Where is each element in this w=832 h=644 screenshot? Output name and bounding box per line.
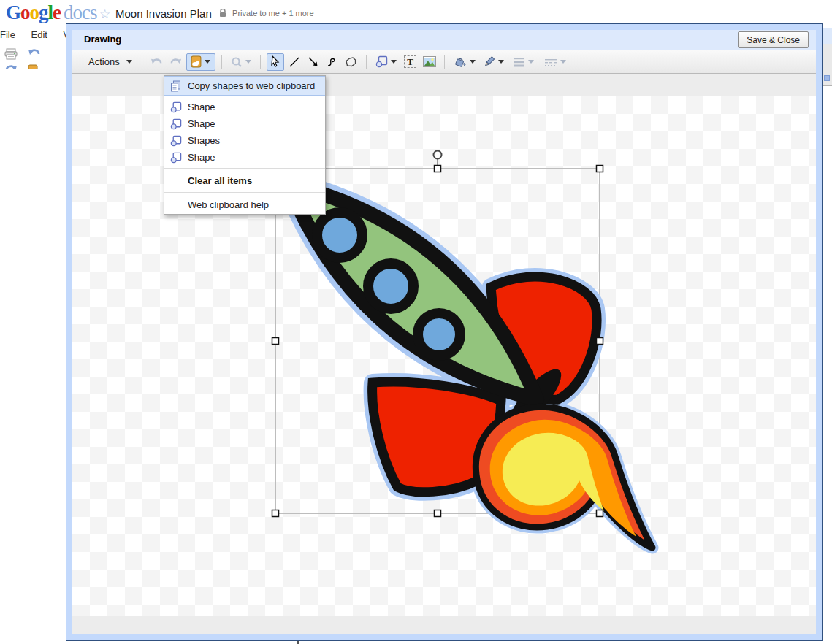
line-color-button[interactable]: [480, 53, 508, 71]
copy-icon: [170, 80, 188, 92]
print-icon[interactable]: [4, 48, 18, 63]
menu-item-label: Shape: [188, 101, 215, 112]
fill-color-button[interactable]: [451, 53, 478, 71]
web-clipboard-button[interactable]: [186, 53, 215, 71]
chevron-down-icon: [126, 60, 132, 64]
logo-letter: G: [6, 1, 20, 23]
rotation-handle: [434, 151, 442, 159]
menu-item-shape[interactable]: Shape: [164, 149, 325, 166]
toolbar-separator: [444, 55, 445, 69]
privacy-label: Private to me + 1 more: [232, 9, 314, 18]
magnifier-icon: [231, 56, 243, 68]
menu-item-label: Clear all items: [188, 175, 252, 186]
redo-icon[interactable]: [4, 64, 18, 69]
polyline-tool-button[interactable]: [343, 53, 360, 71]
toolbar-separator: [142, 55, 142, 69]
chevron-down-icon: [470, 60, 476, 64]
chevron-down-icon: [498, 60, 504, 64]
lock-icon: [219, 9, 226, 19]
paint-bucket-icon: [454, 56, 467, 68]
undo-icon[interactable]: [28, 48, 41, 62]
document-title[interactable]: Moon Invasion Plan: [115, 7, 212, 20]
select-tool-button[interactable]: [267, 53, 284, 71]
redo-button[interactable]: [167, 53, 185, 71]
privacy-status[interactable]: Private to me + 1 more: [219, 9, 314, 19]
menu-item-shapes[interactable]: Shapes: [164, 132, 325, 149]
shape-tool-button[interactable]: [373, 53, 400, 71]
google-docs-logo[interactable]: Googledocs: [6, 1, 97, 24]
line-dash-icon: [544, 58, 557, 66]
menu-edit[interactable]: Edit: [31, 29, 47, 40]
line-width-button[interactable]: [509, 53, 538, 71]
toolbar-separator: [221, 55, 222, 69]
polyline-icon: [345, 56, 357, 68]
menu-item-label: Shapes: [188, 135, 220, 146]
chevron-down-icon: [205, 60, 210, 64]
shape-icon: [170, 135, 188, 147]
zoom-button[interactable]: [228, 53, 254, 71]
undo-icon: [150, 57, 163, 67]
dialog-title: Drawing: [84, 34, 121, 45]
arrow-icon: [308, 56, 319, 68]
logo-letter: o: [30, 1, 39, 23]
scrollbar-thumb[interactable]: [824, 75, 830, 81]
background-toolbar: [0, 47, 66, 69]
actions-menu-button[interactable]: Actions: [85, 53, 136, 71]
shape-icon: [170, 152, 188, 164]
line-icon: [289, 56, 300, 68]
chevron-down-icon: [528, 60, 534, 64]
menu-item-copy-shapes[interactable]: Copy shapes to web clipboard: [164, 76, 325, 96]
shape-icon: [170, 118, 188, 130]
menu-item-clear-all[interactable]: Clear all items: [164, 171, 325, 190]
page: Googledocs ☆ Moon Invasion Plan Private …: [0, 0, 832, 644]
chevron-down-icon: [560, 60, 566, 64]
menu-item-label: Shape: [188, 152, 215, 163]
menu-item-label: Copy shapes to web clipboard: [188, 80, 315, 91]
menu-separator: [164, 168, 325, 169]
background-menubar: File Edit View: [0, 29, 66, 45]
web-clipboard-icon: [191, 55, 202, 68]
undo-button[interactable]: [148, 53, 166, 71]
logo-letter: o: [20, 1, 30, 23]
line-width-icon: [513, 57, 525, 67]
background-tick: [297, 641, 299, 644]
background-right-edge: [823, 0, 832, 644]
text-box-tool-button[interactable]: T: [402, 53, 419, 71]
text-box-icon: T: [404, 55, 416, 68]
menu-item-label: Shape: [188, 118, 215, 129]
shape-icon: [170, 101, 188, 113]
logo-product-label: docs: [64, 1, 97, 23]
chevron-down-icon: [245, 60, 251, 64]
curve-tool-button[interactable]: [324, 53, 341, 71]
cursor-icon: [270, 55, 281, 68]
redo-icon: [169, 57, 182, 67]
toolbar-separator: [366, 55, 367, 69]
shape-icon: [375, 55, 388, 68]
dialog-titlebar: Drawing Save & Close: [72, 30, 816, 50]
drawing-toolbar: Actions: [72, 50, 816, 74]
web-clipboard-icon[interactable]: [28, 64, 38, 69]
star-icon[interactable]: ☆: [99, 7, 110, 22]
toolbar-separator: [260, 55, 261, 69]
menu-file[interactable]: File: [0, 29, 15, 40]
menu-item-label: Web clipboard help: [188, 199, 269, 210]
chevron-down-icon: [391, 60, 397, 64]
menu-item-shape[interactable]: Shape: [164, 115, 325, 132]
line-dash-button[interactable]: [540, 53, 570, 71]
menu-item-shape[interactable]: Shape: [164, 99, 325, 115]
menu-separator: [164, 192, 325, 193]
pencil-icon: [483, 55, 495, 68]
image-icon: [423, 56, 436, 67]
insert-image-button[interactable]: [421, 53, 438, 71]
logo-letter: e: [53, 1, 61, 23]
line-tool-button[interactable]: [286, 53, 303, 71]
save-close-button[interactable]: Save & Close: [738, 31, 809, 48]
curve-icon: [327, 56, 338, 68]
logo-letter: g: [39, 1, 48, 23]
web-clipboard-menu: Copy shapes to web clipboard Shape Shape…: [164, 75, 326, 215]
arrow-tool-button[interactable]: [305, 53, 322, 71]
background-strip: [823, 28, 832, 44]
menu-item-clipboard-help[interactable]: Web clipboard help: [164, 195, 325, 214]
actions-label: Actions: [88, 56, 120, 67]
